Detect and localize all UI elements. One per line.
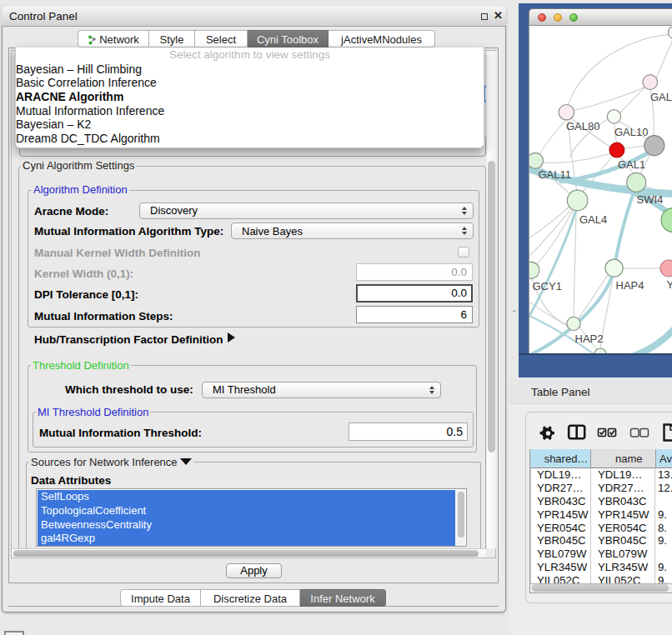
svg-text:GAL10: GAL10: [614, 126, 648, 138]
svg-text:GAL80: GAL80: [566, 120, 599, 132]
svg-text:HAP2: HAP2: [575, 332, 604, 345]
svg-text:GAL1: GAL1: [618, 158, 645, 171]
svg-text:GAL4: GAL4: [579, 213, 607, 226]
svg-text:YB: YB: [667, 278, 672, 291]
svg-text:SWI4: SWI4: [637, 193, 664, 206]
svg-text:GAL11: GAL11: [539, 168, 572, 181]
svg-text:HAP4: HAP4: [616, 279, 644, 292]
svg-text:GCY1: GCY1: [533, 280, 562, 292]
svg-text:GAL7: GAL7: [650, 91, 672, 103]
